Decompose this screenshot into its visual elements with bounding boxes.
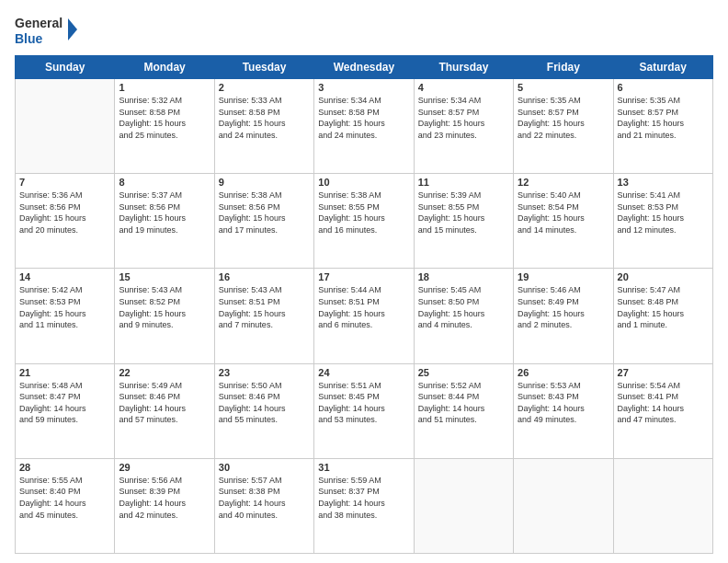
day-info: Sunrise: 5:55 AM Sunset: 8:40 PM Dayligh… [19, 475, 110, 521]
day-number: 2 [219, 82, 310, 93]
calendar-cell: 4Sunrise: 5:34 AM Sunset: 8:57 PM Daylig… [414, 79, 513, 174]
calendar-cell: 24Sunrise: 5:51 AM Sunset: 8:45 PM Dayli… [314, 363, 414, 458]
weekday-header-thursday: Thursday [414, 56, 513, 79]
calendar-cell: 1Sunrise: 5:32 AM Sunset: 8:58 PM Daylig… [115, 79, 214, 174]
day-info: Sunrise: 5:59 AM Sunset: 8:37 PM Dayligh… [318, 475, 409, 521]
day-info: Sunrise: 5:51 AM Sunset: 8:45 PM Dayligh… [318, 380, 409, 426]
day-info: Sunrise: 5:38 AM Sunset: 8:55 PM Dayligh… [318, 190, 409, 236]
day-number: 4 [418, 82, 509, 93]
calendar-cell: 25Sunrise: 5:52 AM Sunset: 8:44 PM Dayli… [414, 363, 513, 458]
day-info: Sunrise: 5:40 AM Sunset: 8:54 PM Dayligh… [518, 190, 609, 236]
day-number: 21 [19, 367, 110, 378]
day-number: 5 [518, 82, 609, 93]
calendar-cell: 23Sunrise: 5:50 AM Sunset: 8:46 PM Dayli… [214, 363, 313, 458]
day-info: Sunrise: 5:43 AM Sunset: 8:51 PM Dayligh… [219, 284, 310, 330]
logo: GeneralBlue [15, 11, 81, 50]
day-number: 10 [318, 177, 409, 188]
day-number: 9 [219, 177, 310, 188]
calendar-cell: 8Sunrise: 5:37 AM Sunset: 8:56 PM Daylig… [115, 174, 214, 269]
weekday-header-sunday: Sunday [16, 56, 115, 79]
calendar-cell: 28Sunrise: 5:55 AM Sunset: 8:40 PM Dayli… [16, 458, 115, 553]
day-info: Sunrise: 5:54 AM Sunset: 8:41 PM Dayligh… [618, 380, 709, 426]
day-number: 18 [418, 271, 509, 282]
calendar-cell: 7Sunrise: 5:36 AM Sunset: 8:56 PM Daylig… [16, 174, 115, 269]
calendar-cell: 19Sunrise: 5:46 AM Sunset: 8:49 PM Dayli… [514, 269, 613, 363]
calendar-cell: 6Sunrise: 5:35 AM Sunset: 8:57 PM Daylig… [613, 79, 712, 174]
calendar-cell [514, 458, 613, 553]
day-info: Sunrise: 5:52 AM Sunset: 8:44 PM Dayligh… [418, 380, 509, 426]
header: GeneralBlue [15, 11, 713, 50]
weekday-header-wednesday: Wednesday [314, 56, 414, 79]
day-number: 28 [19, 462, 110, 473]
week-row-4: 21Sunrise: 5:48 AM Sunset: 8:47 PM Dayli… [16, 363, 713, 458]
day-info: Sunrise: 5:41 AM Sunset: 8:53 PM Dayligh… [618, 190, 709, 236]
weekday-header-friday: Friday [514, 56, 613, 79]
svg-text:General: General [15, 16, 63, 30]
day-info: Sunrise: 5:44 AM Sunset: 8:51 PM Dayligh… [318, 284, 409, 330]
day-number: 16 [219, 271, 310, 282]
day-number: 6 [618, 82, 709, 93]
day-info: Sunrise: 5:37 AM Sunset: 8:56 PM Dayligh… [119, 190, 210, 236]
calendar-cell: 12Sunrise: 5:40 AM Sunset: 8:54 PM Dayli… [514, 174, 613, 269]
calendar-cell: 11Sunrise: 5:39 AM Sunset: 8:55 PM Dayli… [414, 174, 513, 269]
day-info: Sunrise: 5:34 AM Sunset: 8:57 PM Dayligh… [418, 95, 509, 141]
calendar-cell: 5Sunrise: 5:35 AM Sunset: 8:57 PM Daylig… [514, 79, 613, 174]
day-number: 25 [418, 367, 509, 378]
day-number: 29 [119, 462, 210, 473]
day-info: Sunrise: 5:56 AM Sunset: 8:39 PM Dayligh… [119, 475, 210, 521]
day-info: Sunrise: 5:57 AM Sunset: 8:38 PM Dayligh… [219, 475, 310, 521]
calendar-cell: 9Sunrise: 5:38 AM Sunset: 8:56 PM Daylig… [214, 174, 313, 269]
day-info: Sunrise: 5:32 AM Sunset: 8:58 PM Dayligh… [119, 95, 210, 141]
day-info: Sunrise: 5:43 AM Sunset: 8:52 PM Dayligh… [119, 284, 210, 330]
weekday-header-saturday: Saturday [613, 56, 712, 79]
calendar-cell: 2Sunrise: 5:33 AM Sunset: 8:58 PM Daylig… [214, 79, 313, 174]
svg-text:Blue: Blue [15, 31, 43, 46]
day-info: Sunrise: 5:48 AM Sunset: 8:47 PM Dayligh… [19, 380, 110, 426]
day-number: 7 [19, 177, 110, 188]
day-info: Sunrise: 5:35 AM Sunset: 8:57 PM Dayligh… [618, 95, 709, 141]
day-number: 22 [119, 367, 210, 378]
day-number: 26 [518, 367, 609, 378]
day-info: Sunrise: 5:36 AM Sunset: 8:56 PM Dayligh… [19, 190, 110, 236]
week-row-3: 14Sunrise: 5:42 AM Sunset: 8:53 PM Dayli… [16, 269, 713, 363]
day-number: 8 [119, 177, 210, 188]
day-number: 12 [518, 177, 609, 188]
day-number: 27 [618, 367, 709, 378]
day-info: Sunrise: 5:35 AM Sunset: 8:57 PM Dayligh… [518, 95, 609, 141]
day-info: Sunrise: 5:49 AM Sunset: 8:46 PM Dayligh… [119, 380, 210, 426]
day-number: 19 [518, 271, 609, 282]
svg-marker-2 [68, 18, 77, 40]
day-info: Sunrise: 5:33 AM Sunset: 8:58 PM Dayligh… [219, 95, 310, 141]
calendar-cell: 14Sunrise: 5:42 AM Sunset: 8:53 PM Dayli… [16, 269, 115, 363]
calendar-cell: 26Sunrise: 5:53 AM Sunset: 8:43 PM Dayli… [514, 363, 613, 458]
day-number: 24 [318, 367, 409, 378]
calendar-cell: 22Sunrise: 5:49 AM Sunset: 8:46 PM Dayli… [115, 363, 214, 458]
calendar-cell: 31Sunrise: 5:59 AM Sunset: 8:37 PM Dayli… [314, 458, 414, 553]
week-row-2: 7Sunrise: 5:36 AM Sunset: 8:56 PM Daylig… [16, 174, 713, 269]
day-number: 14 [19, 271, 110, 282]
calendar-cell: 27Sunrise: 5:54 AM Sunset: 8:41 PM Dayli… [613, 363, 712, 458]
calendar-cell: 15Sunrise: 5:43 AM Sunset: 8:52 PM Dayli… [115, 269, 214, 363]
day-number: 13 [618, 177, 709, 188]
day-number: 20 [618, 271, 709, 282]
day-number: 23 [219, 367, 310, 378]
logo-svg: GeneralBlue [15, 11, 81, 50]
calendar: SundayMondayTuesdayWednesdayThursdayFrid… [15, 55, 713, 554]
calendar-cell: 10Sunrise: 5:38 AM Sunset: 8:55 PM Dayli… [314, 174, 414, 269]
calendar-cell [414, 458, 513, 553]
day-number: 30 [219, 462, 310, 473]
weekday-header-tuesday: Tuesday [214, 56, 313, 79]
weekday-header-row: SundayMondayTuesdayWednesdayThursdayFrid… [16, 56, 713, 79]
day-info: Sunrise: 5:39 AM Sunset: 8:55 PM Dayligh… [418, 190, 509, 236]
day-number: 1 [119, 82, 210, 93]
calendar-cell: 17Sunrise: 5:44 AM Sunset: 8:51 PM Dayli… [314, 269, 414, 363]
week-row-1: 1Sunrise: 5:32 AM Sunset: 8:58 PM Daylig… [16, 79, 713, 174]
calendar-cell: 20Sunrise: 5:47 AM Sunset: 8:48 PM Dayli… [613, 269, 712, 363]
day-info: Sunrise: 5:46 AM Sunset: 8:49 PM Dayligh… [518, 284, 609, 330]
calendar-cell: 3Sunrise: 5:34 AM Sunset: 8:58 PM Daylig… [314, 79, 414, 174]
calendar-cell: 29Sunrise: 5:56 AM Sunset: 8:39 PM Dayli… [115, 458, 214, 553]
day-info: Sunrise: 5:45 AM Sunset: 8:50 PM Dayligh… [418, 284, 509, 330]
day-info: Sunrise: 5:53 AM Sunset: 8:43 PM Dayligh… [518, 380, 609, 426]
weekday-header-monday: Monday [115, 56, 214, 79]
calendar-cell: 30Sunrise: 5:57 AM Sunset: 8:38 PM Dayli… [214, 458, 313, 553]
